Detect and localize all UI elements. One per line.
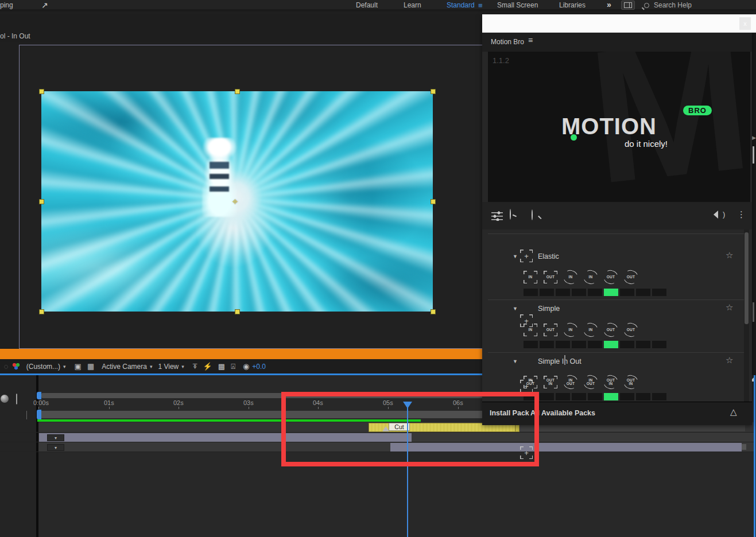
- preset-thumbnail[interactable]: [588, 289, 602, 296]
- close-icon[interactable]: x: [739, 17, 751, 30]
- preset-icon-out[interactable]: OUT: [542, 322, 559, 337]
- title-action-safe-icon[interactable]: ⍕: [193, 362, 197, 371]
- group-name-elastic[interactable]: Elastic: [538, 252, 559, 260]
- preset-icon-in-out-rotate[interactable]: IN OUT: [563, 375, 579, 390]
- exposure-shutter-icon[interactable]: ◉: [243, 362, 249, 371]
- available-packs-button[interactable]: All Available Packs: [530, 409, 595, 417]
- preset-thumbnail[interactable]: [556, 289, 570, 296]
- preset-icon-out-in-rotate[interactable]: OUT IN: [603, 375, 619, 390]
- panel-expand-chevron[interactable]: ▶: [752, 135, 756, 141]
- preset-thumbnail[interactable]: [620, 289, 634, 296]
- navigator-start-handle[interactable]: [37, 392, 41, 399]
- workspace-overflow-chevron[interactable]: »: [607, 0, 611, 9]
- preset-thumbnail[interactable]: [652, 341, 666, 348]
- preset-icon-out[interactable]: OUT: [542, 270, 559, 285]
- plugin-window-titlebar[interactable]: x: [482, 14, 756, 33]
- preset-thumbnail[interactable]: [588, 393, 602, 400]
- group-expand-arrow[interactable]: ▼: [513, 359, 518, 364]
- handle-mid-left[interactable]: [39, 199, 44, 204]
- layer-dropdown-b[interactable]: ▾: [47, 444, 64, 451]
- preset-thumbnail[interactable]: [556, 393, 570, 400]
- handle-top-mid[interactable]: [235, 89, 240, 94]
- composition-tab-label[interactable]: ol - In Out: [0, 32, 30, 40]
- edge-scrollbar-thumb[interactable]: [753, 146, 754, 164]
- handle-mid-right[interactable]: [431, 199, 436, 204]
- preset-icon-out-in-rotate[interactable]: OUT IN: [623, 375, 639, 390]
- preset-icon-in-rotate[interactable]: IN: [583, 322, 599, 337]
- flowchart-icon[interactable]: ⍓: [231, 362, 235, 371]
- panel-menu-icon[interactable]: ≡: [528, 36, 533, 45]
- preset-thumbnail[interactable]: [636, 393, 650, 400]
- edge-scrollbar-thumb[interactable]: [753, 302, 754, 322]
- work-area-start-handle[interactable]: [37, 410, 41, 419]
- preset-icon-out-rotate[interactable]: OUT: [603, 270, 619, 285]
- preset-thumbnail[interactable]: [620, 393, 634, 400]
- histogram-icon[interactable]: ▩: [218, 362, 225, 371]
- preset-thumbnail[interactable]: [620, 341, 634, 348]
- preset-icon-in-out-rotate[interactable]: IN OUT: [583, 375, 599, 390]
- channel-icon[interactable]: [11, 363, 21, 371]
- favorite-star-icon[interactable]: ☆: [726, 302, 733, 313]
- preset-thumbnail[interactable]: [572, 289, 586, 296]
- graph-editor-icon[interactable]: [16, 394, 17, 404]
- add-preset-icon[interactable]: +: [520, 250, 533, 262]
- preset-thumbnail[interactable]: [524, 341, 538, 348]
- motion-blur-icon[interactable]: [1, 395, 9, 403]
- snapshot-icon[interactable]: ◌: [4, 362, 9, 371]
- workspace-tab-small-screen[interactable]: Small Screen: [497, 1, 538, 9]
- preset-icon-out-rotate[interactable]: OUT: [623, 270, 639, 285]
- camera-dropdown[interactable]: Active Camera ▾: [102, 363, 152, 371]
- preset-icon-in-rotate[interactable]: IN: [583, 270, 599, 285]
- preset-thumbnail[interactable]: [540, 289, 554, 296]
- preset-icon-out-rotate[interactable]: OUT: [623, 322, 639, 337]
- exposure-value[interactable]: +0.0: [252, 363, 266, 371]
- preset-thumbnail[interactable]: [572, 393, 586, 400]
- preset-icon-in[interactable]: IN: [522, 322, 538, 337]
- preset-icon-in-rotate[interactable]: IN: [563, 322, 579, 337]
- handle-bottom-left[interactable]: [39, 309, 44, 314]
- preset-icon-in-rotate[interactable]: IN: [563, 270, 579, 285]
- workspace-bar-icon[interactable]: [621, 1, 635, 10]
- preset-thumbnail[interactable]: [588, 341, 602, 348]
- zoom-tool-icon[interactable]: ↗: [41, 1, 48, 10]
- handle-bottom-right[interactable]: [431, 309, 436, 314]
- workspace-tab-standard[interactable]: Standard: [447, 1, 475, 9]
- group-expand-arrow[interactable]: ▼: [513, 306, 518, 312]
- preset-icon-out-rotate[interactable]: OUT: [603, 322, 619, 337]
- preset-thumbnail[interactable]: [540, 341, 554, 348]
- preset-icon-in-out[interactable]: IN OUT: [522, 375, 538, 390]
- layer-dropdown-a[interactable]: ▾: [47, 434, 64, 441]
- workspace-menu-icon[interactable]: ≡: [478, 1, 483, 10]
- color-profile-dropdown[interactable]: (Custom...) ▾: [26, 363, 66, 371]
- preset-thumbnail-active[interactable]: [604, 289, 618, 296]
- preset-thumbnail[interactable]: [524, 289, 538, 296]
- handle-top-right[interactable]: [431, 89, 436, 94]
- preset-thumbnail-active[interactable]: [604, 393, 618, 400]
- filter-sliders-icon[interactable]: [491, 211, 503, 221]
- preset-thumbnail[interactable]: [540, 393, 554, 400]
- preset-thumbnail[interactable]: [652, 289, 666, 296]
- more-options-icon[interactable]: ⋮: [737, 209, 746, 220]
- preset-thumbnail[interactable]: [636, 289, 650, 296]
- preview-work-area-bar[interactable]: [0, 349, 484, 359]
- warning-triangle-icon[interactable]: △: [730, 407, 737, 417]
- favorite-star-icon[interactable]: ☆: [726, 250, 733, 260]
- workspace-tab-default[interactable]: Default: [356, 1, 378, 9]
- preset-thumbnail[interactable]: [652, 393, 666, 400]
- panel-tab-title[interactable]: Motion Bro: [491, 38, 524, 46]
- preset-thumbnail[interactable]: [556, 341, 570, 348]
- workspace-tab-libraries[interactable]: Libraries: [559, 1, 586, 9]
- view-layout-dropdown[interactable]: 1 View ▾: [158, 363, 184, 371]
- preset-search-icon[interactable]: [532, 209, 533, 220]
- handle-bottom-mid[interactable]: [235, 309, 240, 314]
- transparency-grid-icon[interactable]: ▦: [87, 362, 94, 371]
- region-of-interest-icon[interactable]: ▣: [75, 362, 82, 371]
- speed-gauge-icon[interactable]: [510, 209, 511, 220]
- anchor-point-icon[interactable]: ⌖: [232, 197, 238, 207]
- fast-previews-icon[interactable]: ⚡: [203, 362, 212, 371]
- workspace-tab-learn[interactable]: Learn: [404, 1, 421, 9]
- group-name-simple-in-out[interactable]: Simple In Out: [538, 357, 581, 365]
- search-help-input[interactable]: [654, 1, 734, 9]
- group-name-simple[interactable]: Simple: [538, 305, 560, 313]
- favorite-star-icon[interactable]: ☆: [726, 355, 733, 365]
